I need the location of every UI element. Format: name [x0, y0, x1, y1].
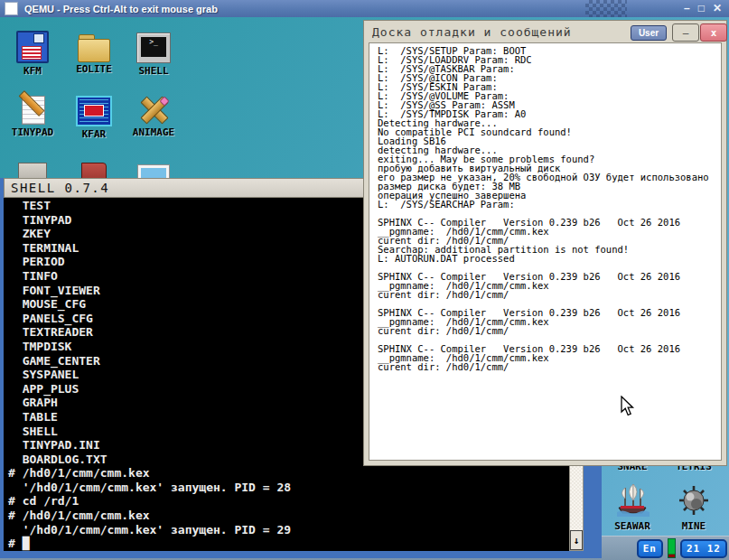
debug-log-area[interactable]: L: /SYS/SETUP Param: BOOTL: /SYS/LOADDRV…	[369, 42, 722, 461]
desktop-icon-kfm[interactable]: KFM	[4, 27, 61, 77]
maximize-icon[interactable]: □	[698, 0, 705, 17]
sailing-ship-icon	[603, 477, 661, 518]
terminal-icon: >_	[125, 27, 182, 63]
debug-log-line: curent dir: /hd0/1/cmm/	[378, 326, 713, 335]
terminal-line: # /hd0/1/cmm/cmm.kex	[8, 466, 569, 481]
qemu-app-icon	[5, 2, 18, 15]
icon-label: ANIMAGE	[125, 126, 182, 138]
desktop-icon-shell[interactable]: >_ SHELL	[125, 27, 182, 77]
icon-label: EOLITE	[65, 63, 123, 75]
shell-window-title: SHELL 0.7.4	[11, 181, 109, 195]
desktop-icon-kfar[interactable]: KFAR	[65, 90, 123, 140]
floppy-disk-icon	[4, 27, 61, 63]
debug-log-line: curent dir: /hd0/1/cmm/	[378, 290, 713, 299]
notepad-pencil-icon	[4, 89, 61, 125]
terminal-line: '/hd0/1/cmm/cmm.kex' запущен. PID = 29	[8, 523, 569, 537]
titlebar-pixel-decoration	[585, 0, 627, 17]
qemu-window: KFM EOLITE >_ SHELL TINYPAD KFAR	[0, 0, 729, 560]
debug-log-line: L: /SYS/SEARCHAP Param:	[378, 200, 713, 209]
debug-window-title: Доска отладки и сообщений	[372, 25, 572, 39]
file-manager-icon	[65, 90, 123, 126]
scroll-down-button[interactable]: ↓	[570, 530, 583, 550]
desktop-icon-seawar[interactable]: SEAWAR	[603, 477, 661, 532]
icon-label: SEAWAR	[603, 520, 661, 532]
naval-mine-icon	[665, 477, 723, 518]
terminal-line: # cd /rd/1	[8, 494, 569, 509]
desktop-icon-animage[interactable]: ANIMAGE	[125, 89, 182, 138]
clock-button[interactable]: 21 12	[680, 539, 727, 558]
minimize-icon[interactable]: –	[684, 0, 690, 17]
terminal-line: # █	[8, 537, 569, 551]
qemu-titlebar[interactable]: QEMU - Press Ctrl-Alt to exit mouse grab…	[0, 0, 729, 17]
icon-label: KFAR	[65, 128, 123, 140]
icon-label: MINE	[665, 520, 723, 532]
debug-log-line: curent dir: /hd0/1/cmm/	[378, 362, 713, 371]
icon-label: KFM	[4, 65, 61, 77]
user-button[interactable]: User	[631, 25, 667, 41]
crossed-pencils-icon	[125, 89, 182, 125]
close-icon[interactable]: ✕	[713, 0, 722, 17]
debug-log-line: L: AUTORUN.DAT processed	[378, 254, 713, 263]
debug-board-window: Доска отладки и сообщений User – x L: /S…	[363, 20, 727, 466]
desktop-icon-eolite[interactable]: EOLITE	[65, 25, 123, 75]
terminal-line: # /hd0/1/cmm/cmm.kex	[8, 509, 569, 523]
icon-label: TINYPAD	[4, 126, 61, 138]
mouse-cursor	[620, 396, 636, 421]
desktop-icon-tinypad[interactable]: TINYPAD	[4, 89, 61, 138]
folder-icon	[65, 25, 123, 61]
minimize-button[interactable]: –	[672, 23, 699, 42]
debug-titlebar[interactable]: Доска отладки и сообщений User – x	[364, 21, 726, 42]
terminal-line: '/hd0/1/cmm/cmm.kex' запущен. PID = 28	[8, 481, 569, 495]
cpu-usage-indicator[interactable]	[668, 538, 676, 558]
close-icon[interactable]: x	[700, 23, 727, 42]
desktop-icon-mine[interactable]: MINE	[665, 477, 723, 532]
language-indicator-button[interactable]: En	[637, 539, 663, 558]
qemu-title-text: QEMU - Press Ctrl-Alt to exit mouse grab	[24, 4, 218, 14]
icon-label: SHELL	[125, 65, 182, 77]
